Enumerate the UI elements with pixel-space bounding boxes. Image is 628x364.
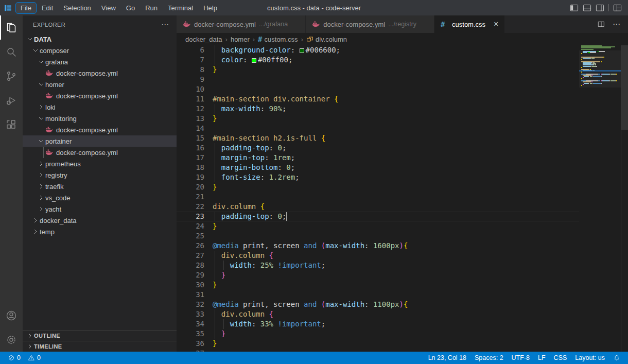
status-keyboard-layout[interactable]: Layout: us [572,354,607,361]
file-docker-compose.yml[interactable]: docker-compose.yml [23,90,177,101]
folder-loki[interactable]: loki [23,101,177,113]
code-line-22[interactable]: 22div.column { [177,202,621,212]
code-line-21[interactable]: 21 [177,192,621,202]
folder-portainer[interactable]: portainer [23,135,177,147]
code-line-8[interactable]: 8} [177,65,621,75]
code-editor[interactable]: 6 background-color: #006600;7 color: #00… [177,45,628,352]
code-line-35[interactable]: 35 } [177,329,621,339]
tab-docker-compose.yml-1[interactable]: docker-compose.yml.../registry [306,15,434,33]
breadcrumb-item[interactable]: homer [231,36,250,43]
file-docker-compose.yml[interactable]: docker-compose.yml [23,147,177,158]
code-line-36[interactable]: 36} [177,339,621,349]
panel-header-outline[interactable]: OUTLINE [23,330,177,341]
code-text: } [213,221,217,231]
code-line-15[interactable]: 15#main-section h2.is-full { [177,133,621,143]
activity-source-control-icon[interactable] [0,64,23,88]
code-line-25[interactable]: 25 [177,231,621,241]
status-eol[interactable]: LF [535,354,548,361]
folder-composer[interactable]: composer [23,45,177,56]
tab-custom.css-2[interactable]: #custom.css× [434,15,505,33]
menu-help[interactable]: Help [198,2,222,14]
status-encoding[interactable]: UTF-8 [509,354,532,361]
code-line-19[interactable]: 19 font-size: 1.2rem; [177,172,621,182]
breadcrumb-item[interactable]: docker_data [185,36,222,43]
code-line-30[interactable]: 30} [177,280,621,290]
status-indentation[interactable]: Spaces: 2 [472,354,506,361]
status-cursor-position[interactable]: Ln 23, Col 18 [426,354,469,361]
folder-prometheus[interactable]: prometheus [23,158,177,169]
tab-docker-compose.yml-0[interactable]: docker-compose.yml.../grafana [177,15,306,33]
folder-homer[interactable]: homer [23,79,177,90]
folder-yacht[interactable]: yacht [23,203,177,215]
split-editor-icon[interactable] [597,20,605,28]
folder-temp[interactable]: temp [23,226,177,237]
more-actions-icon[interactable]: ⋯ [161,20,169,29]
layout-sidebar-right-icon[interactable] [596,4,604,12]
editor-scrollbar[interactable] [621,45,628,352]
more-actions-icon[interactable]: ⋯ [613,20,621,29]
code-line-28[interactable]: 28 width: 25% !important; [177,261,621,270]
activity-settings-icon[interactable] [0,327,23,352]
breadcrumb-item[interactable]: div.column [306,36,347,43]
activity-search-icon[interactable] [0,40,23,64]
code-line-7[interactable]: 7 color: #00ff00; [177,55,621,65]
layout-customize-icon[interactable] [613,4,622,12]
code-line-11[interactable]: 11#main-section div.container { [177,94,621,104]
code-line-18[interactable]: 18 margin-bottom: 0; [177,163,621,172]
status-errors[interactable]: 0 [5,354,23,361]
folder-traefik[interactable]: traefik [23,181,177,192]
menu-go[interactable]: Go [121,2,140,14]
sidebar-title: EXPLORER [33,22,65,28]
code-line-12[interactable]: 12 max-width: 90%; [177,104,621,114]
folder-grafana[interactable]: grafana [23,56,177,67]
code-line-23[interactable]: 23 padding-top: 0; [177,212,621,221]
code-line-17[interactable]: 17 margin-top: 1rem; [177,153,621,163]
status-language-mode[interactable]: CSS [551,354,570,361]
folder-monitoring[interactable]: monitoring [23,113,177,124]
code-line-9[interactable]: 9 [177,75,621,84]
menu-file[interactable]: File [15,2,37,14]
code-line-16[interactable]: 16 padding-top: 0; [177,143,621,153]
code-line-29[interactable]: 29 } [177,270,621,280]
activity-run-debug-icon[interactable] [0,88,23,112]
layout-panel-icon[interactable] [583,4,591,12]
folder-data[interactable]: DATA [23,33,177,45]
code-line-37[interactable]: 37 [177,349,621,352]
file-docker-compose.yml[interactable]: docker-compose.yml [23,124,177,135]
menu-run[interactable]: Run [140,2,163,14]
menu-terminal[interactable]: Terminal [163,2,198,14]
code-line-6[interactable]: 6 background-color: #006600; [177,45,621,55]
menu-view[interactable]: View [96,2,121,14]
code-line-14[interactable]: 14 [177,124,621,133]
menu-selection[interactable]: Selection [58,2,96,14]
activity-explorer-icon[interactable] [0,15,23,40]
code-line-31[interactable]: 31 [177,290,621,300]
menu-edit[interactable]: Edit [37,2,58,14]
status-warnings[interactable]: 0 [25,354,43,361]
code-line-20[interactable]: 20} [177,182,621,192]
code-line-34[interactable]: 34 width: 33% !important; [177,319,621,329]
code-line-13[interactable]: 13} [177,114,621,124]
layout-sidebar-left-icon[interactable] [570,4,579,12]
activity-extensions-icon[interactable] [0,112,23,136]
folder-docker-data[interactable]: docker_data [23,215,177,226]
scrollbar-slider[interactable] [621,45,628,130]
file-docker-compose.yml[interactable]: docker-compose.yml [23,67,177,79]
code-line-27[interactable]: 27 div.column { [177,251,621,261]
minimap[interactable] [579,45,621,352]
code-line-26[interactable]: 26@media print, screen and (max-width: 1… [177,241,621,251]
panel-header-timeline[interactable]: TIMELINE [23,341,177,352]
code-line-33[interactable]: 33 div.column { [177,309,621,319]
activity-account-icon[interactable] [0,303,23,327]
code-line-32[interactable]: 32@media print, screen and (max-width: 1… [177,300,621,309]
color-swatch[interactable] [300,48,304,53]
folder-registry[interactable]: registry [23,169,177,181]
color-swatch[interactable] [252,58,256,63]
notifications-bell[interactable] [610,354,623,361]
status-problems[interactable]: 00 [5,354,43,361]
code-line-10[interactable]: 10 [177,84,621,94]
code-line-24[interactable]: 24} [177,221,621,231]
breadcrumb-item[interactable]: #custom.css [258,35,298,43]
close-tab-icon[interactable]: × [494,20,498,28]
folder-vs-code[interactable]: vs_code [23,192,177,203]
